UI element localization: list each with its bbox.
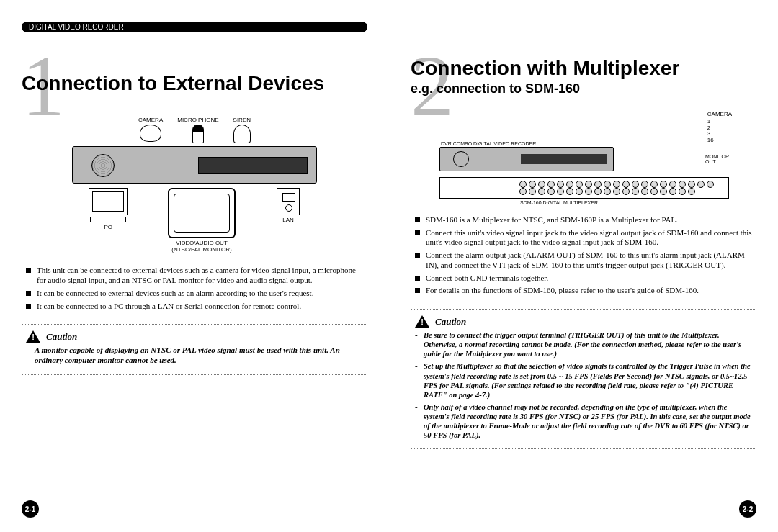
left-page: DIGITAL VIDEO RECORDER 1 Connection to E…: [22, 22, 389, 518]
caution-text: A monitor capable of displaying an NTSC …: [35, 346, 363, 366]
jack-icon: [613, 181, 620, 188]
bullet-square-icon: [26, 268, 31, 273]
caution-heading: Caution: [26, 330, 363, 343]
section-2-subtitle: e.g. connection to SDM-160: [411, 81, 756, 96]
multiplexer-unit-icon: [439, 177, 729, 199]
jack-icon: [641, 188, 648, 195]
dash-icon: -: [415, 330, 424, 359]
video-audio-out-text: VIDEO/AUDIO OUT: [176, 240, 228, 246]
dvr-device-icon: [72, 146, 317, 184]
camera-label: CAMERA: [138, 117, 163, 123]
video-out-label: VIDEO/AUDIO OUT (NTSC/PAL MONITOR): [166, 240, 238, 253]
page-number-left: 2-1: [22, 500, 39, 518]
caution-item: -Be sure to connect the trigger output t…: [415, 330, 752, 359]
jack-row: [519, 181, 723, 195]
jack-icon: [585, 188, 592, 195]
diagram-external-devices: CAMERA MICRO PHONE SIREN: [22, 102, 367, 261]
lan-icon: [277, 188, 300, 215]
title-block-2: Connection with Multiplexer e.g. connect…: [411, 58, 756, 96]
microphone-label: MICRO PHONE: [177, 117, 218, 123]
caution-item: -Set up the Multiplexer so that the sele…: [415, 361, 752, 400]
bullet-square-icon: [415, 276, 420, 281]
monitor-type-text: (NTSC/PAL MONITOR): [171, 246, 231, 253]
jack-icon: [660, 188, 667, 195]
bullet-text: Connect this unit's video signal input j…: [426, 228, 752, 248]
list-item: It can be connected to external devices …: [26, 289, 363, 299]
jack-icon: [650, 181, 658, 188]
bullet-square-icon: [415, 253, 420, 258]
caution-text: Be sure to connect the trigger output te…: [424, 330, 752, 359]
bullet-square-icon: [26, 291, 31, 296]
jack-icon: [613, 188, 620, 195]
list-item: Connect the alarm output jack (ALARM OUT…: [415, 251, 752, 271]
jack-icon: [688, 188, 695, 195]
caution-item: – A monitor capable of displaying an NTS…: [26, 346, 363, 366]
section-1-title: Connection to External Devices: [22, 73, 367, 95]
dvr-unit-icon: [439, 147, 614, 171]
section-1-bullets: This unit can be connected to external d…: [22, 266, 367, 314]
pc-icon: [89, 188, 128, 215]
bullet-square-icon: [415, 288, 420, 293]
jack-icon: [604, 188, 611, 195]
bullet-text: It can be connected to a PC through a LA…: [37, 302, 363, 312]
microphone-icon: [192, 125, 204, 143]
jack-icon: [632, 181, 639, 188]
list-item: Connect both GND terminals together.: [415, 274, 752, 284]
caution-heading: Caution: [415, 315, 752, 328]
camera-number-column: CAMERA 1 2 3 16: [707, 111, 732, 144]
warning-triangle-icon: [26, 330, 40, 343]
jack-icon: [697, 181, 705, 188]
jack-icon: [669, 181, 676, 188]
camera-label-2: CAMERA: [707, 111, 732, 117]
bullet-text: Connect the alarm output jack (ALARM OUT…: [426, 251, 752, 271]
bullet-text: SDM-160 is a Multiplexer for NTSC, and S…: [426, 215, 752, 225]
jack-icon: [641, 181, 648, 188]
list-item: Connect this unit's video signal input j…: [415, 228, 752, 248]
jack-icon: [576, 188, 583, 195]
keyboard-icon: [90, 217, 126, 222]
jack-icon: [529, 181, 536, 188]
jack-icon: [557, 181, 564, 188]
jack-icon: [594, 188, 602, 195]
jack-icon: [594, 181, 602, 188]
dvr-label: DVR COMBO DIGITAL VIDEO RECODER: [441, 141, 728, 146]
section-2-title: Connection with Multiplexer: [411, 58, 756, 80]
page-number-right: 2-2: [739, 500, 756, 518]
caution-box-1: Caution – A monitor capable of displayin…: [22, 324, 367, 375]
jack-icon: [669, 188, 676, 195]
caution-label: Caution: [435, 316, 466, 328]
pc-label: PC: [86, 225, 130, 231]
siren-icon: [233, 125, 251, 143]
bullet-text: It can be connected to external devices …: [37, 289, 363, 299]
jack-icon: [547, 188, 555, 195]
dash-icon: -: [415, 361, 424, 400]
jack-icon: [566, 188, 573, 195]
caution-label: Caution: [46, 331, 77, 343]
bullet-text: For details on the functions of SDM-160,…: [426, 286, 752, 296]
dash-icon: -: [415, 402, 424, 441]
lan-label: LAN: [274, 217, 303, 224]
title-block-1: Connection to External Devices: [22, 73, 367, 95]
camera-icon: [140, 125, 161, 142]
bullet-square-icon: [26, 304, 31, 309]
list-item: SDM-160 is a Multiplexer for NTSC, and S…: [415, 215, 752, 225]
caution-text: Only half of a video channel may not be …: [424, 402, 752, 441]
monitor-icon-block: VIDEO/AUDIO OUT (NTSC/PAL MONITOR): [166, 188, 238, 253]
jack-icon: [576, 181, 583, 188]
dash-icon: –: [26, 346, 35, 366]
camera-icon-block: CAMERA: [138, 117, 163, 143]
section-2-bullets: SDM-160 is a Multiplexer for NTSC, and S…: [411, 215, 756, 299]
jack-icon: [660, 181, 667, 188]
list-item: This unit can be connected to external d…: [26, 266, 363, 286]
cam-num: 16: [707, 137, 732, 144]
jack-icon: [688, 181, 695, 188]
header-pill: DIGITAL VIDEO RECORDER: [22, 22, 367, 32]
warning-triangle-icon: [415, 315, 429, 328]
jack-icon: [622, 181, 630, 188]
jack-icon: [538, 181, 545, 188]
siren-icon-block: SIREN: [233, 117, 251, 143]
microphone-icon-block: MICRO PHONE: [177, 117, 218, 143]
caution-list-2: -Be sure to connect the trigger output t…: [415, 330, 752, 440]
monitor-out-label: MONITOR OUT: [705, 154, 729, 164]
jack-icon: [707, 181, 714, 188]
